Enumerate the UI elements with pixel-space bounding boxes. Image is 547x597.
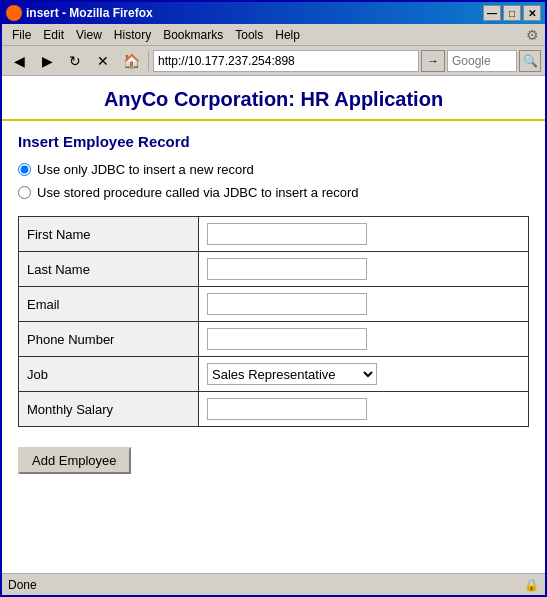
radio-group: Use only JDBC to insert a new record Use… bbox=[18, 162, 529, 200]
search-area: 🔍 bbox=[447, 50, 541, 72]
job-label: Job bbox=[19, 357, 199, 392]
radio-jdbc-only[interactable] bbox=[18, 163, 31, 176]
table-row: First Name bbox=[19, 217, 529, 252]
menu-view[interactable]: View bbox=[70, 26, 108, 44]
status-bar: Done 🔒 bbox=[2, 573, 545, 595]
menu-bar: File Edit View History Bookmarks Tools H… bbox=[2, 24, 545, 46]
phone-input[interactable] bbox=[207, 328, 367, 350]
menu-file[interactable]: File bbox=[6, 26, 37, 44]
salary-input[interactable] bbox=[207, 398, 367, 420]
forward-button[interactable]: ▶ bbox=[34, 49, 60, 73]
first-name-cell bbox=[199, 217, 529, 252]
radio-stored-proc[interactable] bbox=[18, 186, 31, 199]
firefox-icon bbox=[6, 5, 22, 21]
phone-label: Phone Number bbox=[19, 322, 199, 357]
section-title: Insert Employee Record bbox=[18, 133, 529, 150]
minimize-button[interactable]: — bbox=[483, 5, 501, 21]
window-title: insert - Mozilla Firefox bbox=[26, 6, 153, 20]
table-row: Phone Number bbox=[19, 322, 529, 357]
email-input[interactable] bbox=[207, 293, 367, 315]
browser-window: insert - Mozilla Firefox — □ ✕ File Edit… bbox=[0, 0, 547, 597]
address-input[interactable] bbox=[153, 50, 419, 72]
phone-cell bbox=[199, 322, 529, 357]
radio-option-1: Use only JDBC to insert a new record bbox=[18, 162, 529, 177]
salary-cell bbox=[199, 392, 529, 427]
status-text: Done bbox=[8, 578, 523, 592]
menu-bookmarks[interactable]: Bookmarks bbox=[157, 26, 229, 44]
gear-icon: ⚙ bbox=[523, 26, 541, 44]
radio-stored-proc-label: Use stored procedure called via JDBC to … bbox=[37, 185, 359, 200]
email-label: Email bbox=[19, 287, 199, 322]
job-select[interactable]: Sales Representative Manager Developer A… bbox=[207, 363, 377, 385]
menu-tools[interactable]: Tools bbox=[229, 26, 269, 44]
go-button[interactable]: → bbox=[421, 50, 445, 72]
title-bar: insert - Mozilla Firefox — □ ✕ bbox=[2, 2, 545, 24]
refresh-button[interactable]: ↻ bbox=[62, 49, 88, 73]
search-input[interactable] bbox=[447, 50, 517, 72]
search-button[interactable]: 🔍 bbox=[519, 50, 541, 72]
nav-separator bbox=[148, 51, 149, 71]
salary-label: Monthly Salary bbox=[19, 392, 199, 427]
security-icon: 🔒 bbox=[523, 577, 539, 593]
add-employee-button[interactable]: Add Employee bbox=[18, 447, 131, 474]
window-controls: — □ ✕ bbox=[483, 5, 541, 21]
last-name-input[interactable] bbox=[207, 258, 367, 280]
page-title: AnyCo Corporation: HR Application bbox=[2, 88, 545, 111]
email-cell bbox=[199, 287, 529, 322]
menu-edit[interactable]: Edit bbox=[37, 26, 70, 44]
stop-button[interactable]: ✕ bbox=[90, 49, 116, 73]
close-button[interactable]: ✕ bbox=[523, 5, 541, 21]
radio-option-2: Use stored procedure called via JDBC to … bbox=[18, 185, 529, 200]
page-header: AnyCo Corporation: HR Application bbox=[2, 76, 545, 121]
table-row: Monthly Salary bbox=[19, 392, 529, 427]
first-name-label: First Name bbox=[19, 217, 199, 252]
table-row: Job Sales Representative Manager Develop… bbox=[19, 357, 529, 392]
table-row: Email bbox=[19, 287, 529, 322]
nav-bar: ◀ ▶ ↻ ✕ 🏠 → 🔍 bbox=[2, 46, 545, 76]
back-button[interactable]: ◀ bbox=[6, 49, 32, 73]
last-name-cell bbox=[199, 252, 529, 287]
address-bar: → bbox=[153, 50, 445, 72]
home-button[interactable]: 🏠 bbox=[118, 49, 144, 73]
page-content: AnyCo Corporation: HR Application Insert… bbox=[2, 76, 545, 573]
job-cell: Sales Representative Manager Developer A… bbox=[199, 357, 529, 392]
employee-form-table: First Name Last Name Email bbox=[18, 216, 529, 427]
title-bar-left: insert - Mozilla Firefox bbox=[6, 5, 153, 21]
menu-help[interactable]: Help bbox=[269, 26, 306, 44]
menu-history[interactable]: History bbox=[108, 26, 157, 44]
last-name-label: Last Name bbox=[19, 252, 199, 287]
radio-jdbc-only-label: Use only JDBC to insert a new record bbox=[37, 162, 254, 177]
maximize-button[interactable]: □ bbox=[503, 5, 521, 21]
first-name-input[interactable] bbox=[207, 223, 367, 245]
page-body: Insert Employee Record Use only JDBC to … bbox=[2, 121, 545, 573]
table-row: Last Name bbox=[19, 252, 529, 287]
